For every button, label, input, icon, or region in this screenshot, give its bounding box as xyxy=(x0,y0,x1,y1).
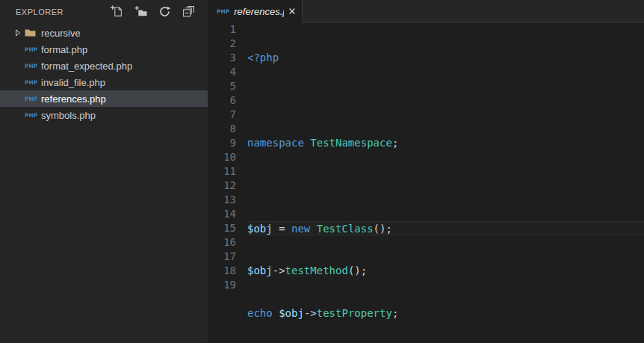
tree-item-label: format_expected.php xyxy=(41,61,132,72)
tab-bar-empty-space xyxy=(303,0,644,22)
line-number: 5 xyxy=(208,79,236,93)
tree-item-label: invalid_file.php xyxy=(41,77,105,88)
code-token: $obj xyxy=(247,265,273,276)
folder-icon xyxy=(25,28,41,37)
explorer-header: EXPLORER xyxy=(0,0,208,23)
code-token xyxy=(310,223,316,235)
code-line[interactable]: namespace TestNamespace; xyxy=(247,136,644,150)
line-number: 14 xyxy=(208,207,236,221)
code-editor[interactable]: 1 2 3 4 5 6 7 8 9 10 11 12 13 14 15 16 1… xyxy=(208,22,644,343)
code-token xyxy=(273,307,279,319)
line-number: 6 xyxy=(208,93,236,108)
close-icon[interactable] xyxy=(288,7,296,15)
refresh-icon[interactable] xyxy=(158,5,171,18)
new-folder-icon[interactable] xyxy=(134,5,147,18)
new-file-icon[interactable] xyxy=(111,5,123,18)
code-token: $obj xyxy=(279,307,304,319)
code-token: -> xyxy=(273,265,285,276)
code-token: namespace xyxy=(247,137,304,149)
tree-item-invalid-file-php[interactable]: PHP invalid_file.php xyxy=(0,74,208,90)
line-number: 9 xyxy=(208,136,236,150)
code-line[interactable] xyxy=(247,93,644,108)
line-number: 13 xyxy=(208,193,236,207)
line-number: 18 xyxy=(208,264,236,278)
code-line[interactable]: echo $obj->testProperty; xyxy=(247,306,644,321)
line-number: 1 xyxy=(208,22,236,37)
php-file-icon: PHP xyxy=(25,63,41,69)
tree-item-label: references.php xyxy=(41,93,106,105)
current-line[interactable]: $obj = new TestClass(); xyxy=(247,221,644,235)
chevron-right-icon[interactable] xyxy=(15,29,25,37)
php-file-icon: PHP xyxy=(25,79,41,86)
code-token: testMethod xyxy=(285,265,348,276)
line-number: 12 xyxy=(208,179,236,193)
code-token: $obj xyxy=(247,223,273,235)
code-token: ; xyxy=(392,137,398,149)
editor-group: PHP references.php 1 2 3 4 5 6 7 8 9 10 … xyxy=(208,0,644,343)
code-line[interactable]: $obj->testMethod(); xyxy=(247,264,644,278)
tree-item-recursive[interactable]: recursive xyxy=(0,25,208,41)
tree-item-label: recursive xyxy=(41,28,81,39)
explorer-sidebar: EXPLORER xyxy=(0,0,208,343)
tree-item-label: symbols.php xyxy=(41,110,96,121)
code-area[interactable]: <?php namespace TestNamespace; $obj = ne… xyxy=(247,22,644,343)
line-number: 2 xyxy=(208,37,236,51)
explorer-title: EXPLORER xyxy=(16,7,111,16)
code-token: -> xyxy=(304,307,317,319)
code-token: = xyxy=(273,223,291,235)
tree-item-references-php[interactable]: PHP references.php xyxy=(0,90,208,107)
tab-label: references.php xyxy=(234,6,284,17)
explorer-actions xyxy=(111,5,195,18)
tab-bar: PHP references.php xyxy=(208,0,644,22)
line-number: 7 xyxy=(208,108,236,122)
line-number: 3 xyxy=(208,51,236,65)
code-token: ; xyxy=(392,307,398,319)
tab-references-php[interactable]: PHP references.php xyxy=(208,0,303,22)
file-tree: recursive PHP format.php PHP format_expe… xyxy=(0,23,208,123)
php-file-icon: PHP xyxy=(25,96,41,102)
line-number: 8 xyxy=(208,122,236,136)
code-token: new xyxy=(291,223,310,235)
code-token: testProperty xyxy=(317,307,392,319)
vscode-window: EXPLORER xyxy=(0,0,644,343)
code-line[interactable]: <?php xyxy=(247,51,644,65)
line-number: 11 xyxy=(208,164,236,179)
code-token: TestNamespace xyxy=(310,137,392,149)
line-number: 16 xyxy=(208,235,236,250)
line-number: 17 xyxy=(208,250,236,264)
code-token: (); xyxy=(374,223,392,235)
line-number: 4 xyxy=(208,65,236,79)
code-token: echo xyxy=(247,307,273,319)
php-file-icon: PHP xyxy=(25,46,41,53)
code-token: <?php xyxy=(247,52,279,64)
line-number: 19 xyxy=(208,278,236,292)
line-number: 10 xyxy=(208,150,236,164)
tree-item-label: format.php xyxy=(41,44,87,55)
line-number-gutter: 1 2 3 4 5 6 7 8 9 10 11 12 13 14 15 16 1… xyxy=(208,22,247,343)
tree-item-format-expected-php[interactable]: PHP format_expected.php xyxy=(0,58,208,74)
code-line[interactable] xyxy=(247,179,644,193)
tree-item-symbols-php[interactable]: PHP symbols.php xyxy=(0,107,208,123)
php-file-icon: PHP xyxy=(217,8,229,15)
php-file-icon: PHP xyxy=(25,112,41,119)
tree-item-format-php[interactable]: PHP format.php xyxy=(0,41,208,58)
code-token: (); xyxy=(348,265,367,276)
code-token: TestClass xyxy=(317,223,374,235)
collapse-all-icon[interactable] xyxy=(182,5,195,18)
line-number: 15 xyxy=(208,221,236,235)
